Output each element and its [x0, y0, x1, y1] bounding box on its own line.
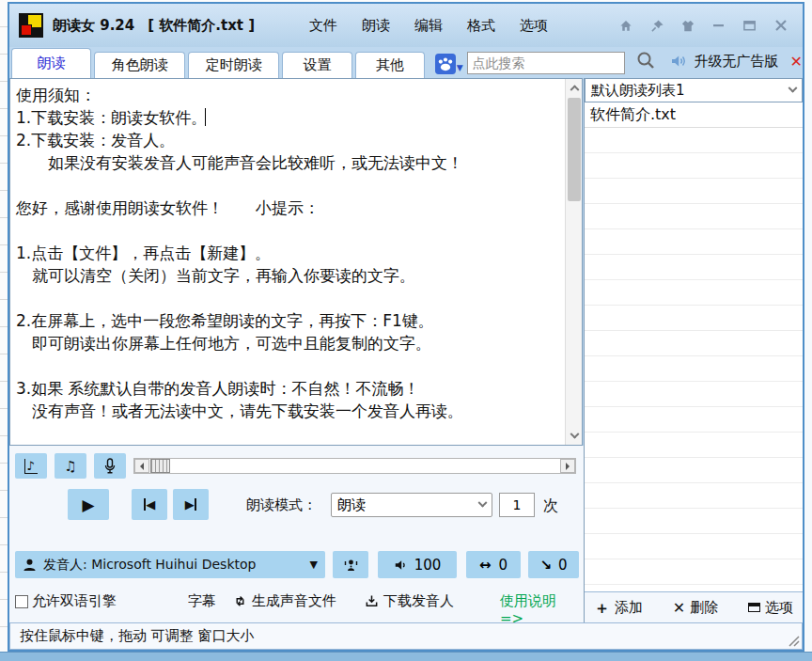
volume-value: 100	[414, 557, 442, 574]
repeat-count-input[interactable]	[499, 493, 535, 517]
read-mode-label: 朗读模式：	[246, 496, 317, 514]
playlist-list[interactable]: 软件简介.txt	[585, 102, 803, 591]
toolbar-close-icon[interactable]: ✕	[790, 53, 803, 71]
menu-file[interactable]: 文件	[309, 17, 337, 35]
image-search-dropdown-icon[interactable]: ▼	[457, 63, 463, 72]
app-logo-icon	[19, 13, 43, 38]
progress-slider[interactable]	[133, 458, 576, 474]
triangle-left-icon	[136, 463, 144, 470]
bottom-toolbar: 允许双语引擎 字幕 生成声音文件 下载发音人 使用说明 =>	[9, 589, 584, 617]
tab-role-read[interactable]: 角色朗读	[94, 52, 185, 78]
speaking-person-icon	[343, 558, 359, 573]
add-button-label: 添加	[615, 599, 643, 617]
playlist-select[interactable]: 默认朗读列表1	[585, 78, 803, 102]
subtitle-button[interactable]: 字幕	[188, 592, 216, 610]
editor-scrollbar[interactable]	[565, 79, 582, 445]
playlist-item[interactable]: 软件简介.txt	[585, 102, 803, 128]
delete-button-label: 删除	[690, 599, 718, 617]
pin-icon[interactable]	[648, 18, 665, 33]
menu-format[interactable]: 格式	[467, 17, 495, 35]
window-bottom-border	[0, 652, 812, 661]
tab-other[interactable]: 其他	[355, 52, 424, 78]
options-button[interactable]: 选项	[748, 599, 793, 617]
menu-read[interactable]: 朗读	[362, 17, 390, 35]
music-playlist-icon: ♪	[24, 459, 37, 474]
maximize-icon[interactable]	[742, 18, 758, 33]
voice-select-button[interactable]: 发音人: Microsoft Huihui Desktop ▼	[15, 551, 325, 578]
music-note-button[interactable]: ♫	[55, 453, 86, 479]
music-note-icon: ♫	[64, 458, 76, 475]
tab-settings[interactable]: 设置	[282, 52, 352, 78]
previous-icon: ◀	[144, 497, 156, 511]
checkbox-icon	[15, 595, 28, 608]
search-input[interactable]	[467, 52, 625, 74]
options-button-label: 选项	[765, 599, 793, 617]
background-edge	[804, 0, 812, 652]
minimize-icon[interactable]	[710, 18, 727, 33]
tab-timed-read[interactable]: 定时朗读	[188, 52, 279, 78]
menu-bar: 文件 朗读 编辑 格式 选项	[309, 17, 548, 35]
control-panel: ♪ ♫ ▶ ◀ ▶ 朗读模式： 朗读 次 发音人: Microsoft	[9, 446, 584, 622]
search-icon[interactable]	[636, 51, 655, 73]
background-window-edge	[0, 0, 8, 653]
add-button[interactable]: ＋添加	[594, 597, 643, 619]
resize-grip[interactable]	[785, 632, 800, 647]
chevron-down-icon	[789, 83, 798, 92]
scrollbar-thumb[interactable]	[568, 98, 581, 201]
generate-audio-button[interactable]: 生成声音文件	[233, 592, 336, 610]
microphone-icon	[102, 458, 117, 475]
read-mode-select[interactable]: 朗读	[331, 493, 492, 517]
tab-timed-read-label: 定时朗读	[206, 56, 262, 74]
volume-button[interactable]: 100	[378, 551, 457, 578]
playlist-buttons: ＋添加 ✕删除 选项	[585, 591, 803, 622]
speaker-icon[interactable]	[670, 53, 687, 73]
status-text: 按住鼠标中键，拖动 可调整 窗口大小	[20, 627, 255, 645]
convert-icon	[233, 594, 247, 608]
previous-button[interactable]: ◀	[132, 489, 167, 520]
chevron-down-icon	[478, 497, 488, 507]
chevron-up-icon	[570, 85, 579, 94]
home-icon[interactable]	[617, 18, 634, 33]
test-voice-button[interactable]	[333, 551, 368, 578]
download-icon	[365, 594, 379, 608]
tab-bar: 朗读 角色朗读 定时朗读 设置 其他 ▼ 升级无广告版 ✕	[9, 47, 803, 78]
speed-icon: ↔	[479, 557, 492, 574]
title-bar: 朗读女 9.24 [ 软件简介.txt ] 文件 朗读 编辑 格式 选项	[9, 4, 803, 47]
read-mode-value: 朗读	[337, 496, 366, 514]
bilingual-engine-label: 允许双语引擎	[32, 592, 117, 610]
background-music-button[interactable]: ♪	[15, 453, 47, 479]
person-icon	[23, 558, 37, 573]
editor-area: 使用须知： 1.下载安装：朗读女软件。 2.下载安装：发音人。 如果没有安装发音…	[9, 78, 583, 446]
text-caret	[205, 108, 206, 126]
plus-icon: ＋	[594, 597, 610, 619]
dropdown-triangle-icon: ▼	[310, 559, 318, 571]
delete-button[interactable]: ✕删除	[673, 599, 718, 617]
tab-read[interactable]: 朗读	[11, 48, 91, 78]
play-button[interactable]: ▶	[68, 489, 109, 520]
slider-right-arrow[interactable]	[560, 459, 575, 473]
slider-thumb[interactable]	[150, 459, 170, 473]
scroll-down-button[interactable]	[566, 429, 583, 445]
tab-read-label: 朗读	[38, 55, 66, 72]
status-bar: 按住鼠标中键，拖动 可调整 窗口大小	[9, 622, 803, 650]
play-icon: ▶	[82, 496, 94, 514]
bilingual-engine-checkbox[interactable]: 允许双语引擎	[15, 592, 117, 610]
close-icon[interactable]	[773, 18, 789, 33]
speed-button[interactable]: ↔ 0	[466, 551, 521, 578]
download-voice-button[interactable]: 下载发音人	[365, 592, 454, 610]
slider-left-arrow[interactable]	[134, 459, 149, 473]
generate-audio-label: 生成声音文件	[252, 592, 336, 610]
upgrade-ad-free-link[interactable]: 升级无广告版	[695, 53, 779, 71]
scroll-up-button[interactable]	[566, 79, 583, 95]
window-title-document: [ 软件简介.txt ]	[148, 17, 255, 35]
next-button[interactable]: ▶	[173, 489, 209, 520]
image-search-icon[interactable]	[435, 54, 456, 74]
chevron-down-icon	[570, 430, 579, 439]
microphone-button[interactable]	[94, 453, 126, 479]
menu-options[interactable]: 选项	[520, 17, 548, 35]
menu-edit[interactable]: 编辑	[414, 17, 443, 35]
pitch-button[interactable]: ↘ 0	[528, 551, 579, 578]
document-text[interactable]: 使用须知： 1.下载安装：朗读女软件。 2.下载安装：发音人。 如果没有安装发音…	[10, 79, 565, 445]
skin-icon[interactable]	[679, 18, 696, 33]
tab-role-read-label: 角色朗读	[112, 56, 168, 74]
